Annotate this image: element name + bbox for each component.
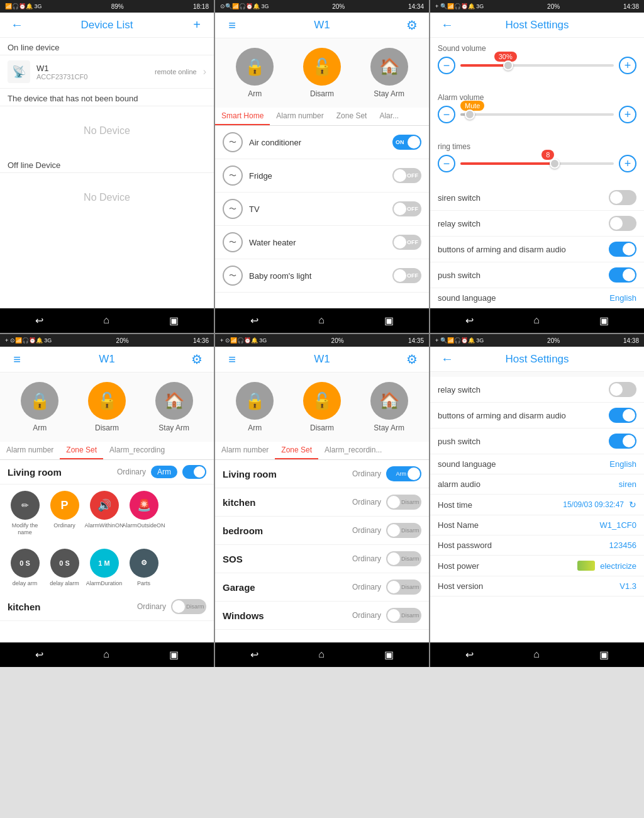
- sound-language-value[interactable]: English: [609, 293, 636, 303]
- stay-arm-button-4[interactable]: 🏠 Stay Arm: [155, 382, 193, 432]
- nav-square-5[interactable]: ▣: [377, 647, 401, 662]
- toggle-waterheater[interactable]: OFF: [392, 235, 421, 250]
- tab-alarm[interactable]: Alar...: [373, 108, 405, 125]
- host-name-value[interactable]: W1_1CF0: [599, 520, 636, 530]
- garage-toggle-5[interactable]: Disarm: [386, 580, 421, 595]
- disarm-button-5[interactable]: 🔓 Disarm: [303, 382, 341, 432]
- push-switch-toggle-2[interactable]: [609, 434, 636, 449]
- windows-toggle-5[interactable]: Disarm: [386, 608, 421, 623]
- push-switch-toggle[interactable]: [609, 267, 636, 283]
- relay-switch-toggle-2[interactable]: [609, 382, 636, 397]
- smart-item-tv[interactable]: 〜 TV OFF: [215, 193, 429, 226]
- tab-alarm-number[interactable]: Alarm number: [270, 108, 330, 125]
- alarm-duration-item[interactable]: 1 M AlarmDuration: [87, 549, 121, 587]
- alarm-volume-knob[interactable]: [465, 109, 475, 120]
- nav-home-5[interactable]: ⌂: [311, 647, 332, 662]
- sound-language-value-2[interactable]: English: [609, 459, 636, 469]
- nav-square-2[interactable]: ▣: [377, 313, 401, 328]
- arm-button-5[interactable]: 🔒 Arm: [236, 382, 274, 432]
- toggle-fridge[interactable]: OFF: [392, 168, 421, 183]
- tab-alarm-number-4[interactable]: Alarm number: [0, 442, 60, 459]
- ring-times-minus[interactable]: −: [438, 155, 455, 172]
- nav-back-3[interactable]: ↩: [458, 313, 481, 328]
- tab-alarm-number-5[interactable]: Alarm number: [215, 442, 275, 459]
- arm-audio-toggle-2[interactable]: [609, 408, 636, 423]
- refresh-time-icon[interactable]: ↻: [629, 500, 636, 510]
- nav-home-4[interactable]: ⌂: [96, 647, 117, 662]
- zone-icon-alarm-outside[interactable]: 🚨 AlarmOutsideON: [126, 491, 161, 536]
- sos-toggle-5[interactable]: Disarm: [386, 551, 421, 566]
- smart-item-fridge[interactable]: 〜 Fridge OFF: [215, 159, 429, 193]
- ring-times-knob[interactable]: [550, 159, 560, 169]
- smart-item-waterheater[interactable]: 〜 Water heater OFF: [215, 226, 429, 259]
- relay-switch-toggle[interactable]: [609, 216, 636, 231]
- nav-home-3[interactable]: ⌂: [526, 313, 547, 328]
- ring-times-track[interactable]: 8: [460, 162, 614, 165]
- tab-smart-home[interactable]: Smart Home: [215, 108, 270, 125]
- parts-item[interactable]: ⚙ Parts: [126, 549, 161, 587]
- nav-square-6[interactable]: ▣: [592, 647, 616, 662]
- siren-switch-toggle[interactable]: [609, 190, 636, 205]
- bedroom-toggle-5[interactable]: Disarm: [386, 523, 421, 538]
- kitchen-toggle-5[interactable]: Disarm: [386, 495, 421, 510]
- stay-arm-button-5[interactable]: 🏠 Stay Arm: [370, 382, 408, 432]
- stay-arm-button[interactable]: 🏠 Stay Arm: [370, 48, 408, 98]
- disarm-button[interactable]: 🔓 Disarm: [303, 48, 341, 98]
- ring-times-plus[interactable]: +: [619, 155, 636, 172]
- hamburger-icon-4[interactable]: ≡: [8, 352, 26, 367]
- tab-zone-set[interactable]: Zone Set: [330, 108, 374, 125]
- nav-back-2[interactable]: ↩: [243, 313, 266, 328]
- nav-back-4[interactable]: ↩: [28, 647, 51, 662]
- arm-pill[interactable]: Arm: [151, 466, 177, 478]
- hamburger-icon-5[interactable]: ≡: [223, 352, 242, 367]
- living-room-toggle[interactable]: [182, 465, 206, 479]
- nav-back-5[interactable]: ↩: [243, 647, 266, 662]
- nav-square-3[interactable]: ▣: [592, 313, 616, 328]
- alarm-volume-minus[interactable]: −: [438, 106, 455, 123]
- sound-volume-knob[interactable]: [503, 60, 513, 70]
- zone-icon-ordinary[interactable]: P Ordinary: [47, 491, 82, 536]
- kitchen-disarm-toggle[interactable]: Disarm: [171, 599, 206, 614]
- living-room-toggle-5[interactable]: Arm: [386, 466, 421, 481]
- device-w1[interactable]: 📡 W1 ACCF23731CF0 remote online ›: [0, 55, 214, 89]
- zone-icon-alarm-within[interactable]: 🔊 AlarmWithinON: [87, 491, 121, 536]
- alarm-volume-plus[interactable]: +: [619, 106, 636, 123]
- alarm-volume-track[interactable]: Mute: [460, 113, 614, 116]
- arm-button-4[interactable]: 🔒 Arm: [21, 382, 58, 432]
- delay-alarm-item[interactable]: 0 S delay alarm: [47, 549, 82, 587]
- nav-back-1[interactable]: ↩: [28, 313, 51, 328]
- back-button-3[interactable]: ←: [438, 18, 457, 32]
- arm-audio-toggle[interactable]: [609, 242, 636, 257]
- arm-button[interactable]: 🔒 Arm: [236, 48, 274, 98]
- nav-back-6[interactable]: ↩: [458, 647, 481, 662]
- nav-home-2[interactable]: ⌂: [311, 313, 332, 328]
- nav-home-6[interactable]: ⌂: [526, 647, 547, 662]
- host-password-value[interactable]: 123456: [609, 541, 636, 550]
- smart-item-ac[interactable]: 〜 Air conditioner ON: [215, 126, 429, 159]
- sound-volume-plus[interactable]: +: [619, 57, 636, 74]
- back-button-6[interactable]: ←: [438, 352, 457, 366]
- toggle-babylight[interactable]: OFF: [392, 268, 421, 283]
- smart-item-babylight[interactable]: 〜 Baby room's light OFF: [215, 259, 429, 293]
- delay-arm-item[interactable]: 0 S delay arm: [8, 549, 42, 587]
- nav-square-4[interactable]: ▣: [162, 647, 186, 662]
- nav-square-1[interactable]: ▣: [162, 313, 186, 328]
- menu-icon[interactable]: ←: [8, 18, 26, 32]
- alarm-audio-value[interactable]: siren: [619, 479, 636, 489]
- add-device-button[interactable]: +: [187, 18, 206, 32]
- tab-zone-set-5[interactable]: Zone Set: [275, 442, 318, 459]
- tab-alarm-rec-4[interactable]: Alarm_recording: [103, 442, 171, 459]
- hamburger-icon-2[interactable]: ≡: [223, 18, 242, 33]
- sound-volume-minus[interactable]: −: [438, 57, 455, 74]
- settings-icon-4[interactable]: ⚙: [187, 352, 206, 367]
- sound-volume-track[interactable]: 30%: [460, 64, 614, 67]
- settings-icon-5[interactable]: ⚙: [402, 352, 421, 367]
- toggle-tv[interactable]: OFF: [392, 201, 421, 216]
- disarm-button-4[interactable]: 🔓 Disarm: [88, 382, 126, 432]
- tab-alarm-rec-5[interactable]: Alarm_recordin...: [318, 442, 388, 459]
- settings-icon-2[interactable]: ⚙: [402, 18, 421, 33]
- tab-zone-set-4[interactable]: Zone Set: [60, 442, 103, 459]
- toggle-ac[interactable]: ON: [392, 135, 421, 150]
- nav-home-1[interactable]: ⌂: [96, 313, 117, 328]
- zone-icon-modify-name[interactable]: ✏ Modify the name: [8, 491, 42, 536]
